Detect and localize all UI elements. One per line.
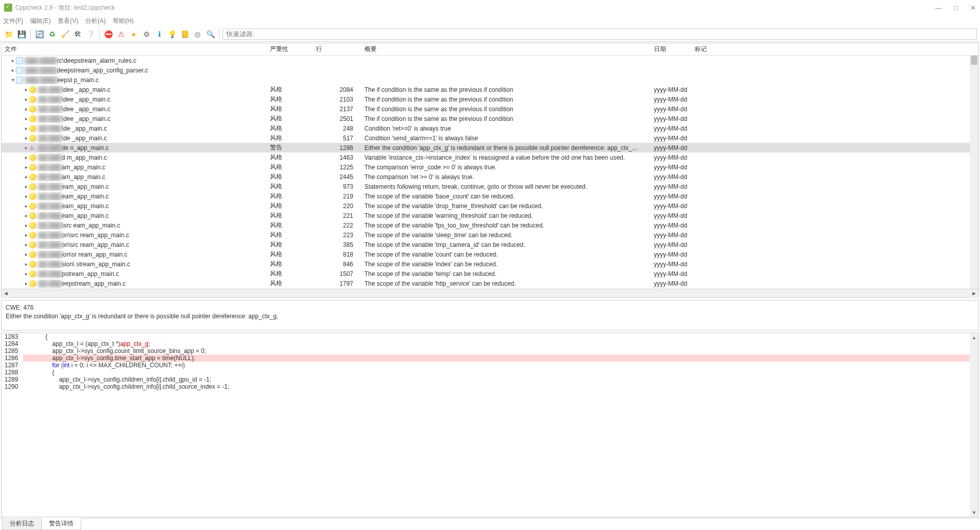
gear-icon[interactable]: ⚙	[141, 29, 152, 40]
result-row[interactable]: ▸ ██ ███\dee _app_main.c风格2501The if con…	[2, 114, 978, 123]
result-row[interactable]: ▸ ██ ███\dee _app_main.c风格2103The if con…	[2, 94, 978, 104]
chevron-icon[interactable]: ▸	[23, 155, 29, 160]
scroll-up-icon[interactable]: ▲	[970, 333, 978, 342]
code-line[interactable]: 1289 app_ctx_l->sys_config.children_info…	[2, 376, 970, 383]
col-line[interactable]: 行	[313, 43, 361, 56]
result-row[interactable]: ▸ ██ ███\dee _app_main.c风格2084The if con…	[2, 85, 978, 94]
col-severity[interactable]: 严重性	[267, 43, 313, 56]
chevron-icon[interactable]: ▸	[23, 106, 29, 112]
scroll-down-icon[interactable]: ▼	[970, 508, 978, 517]
help-icon[interactable]: ❔	[85, 29, 96, 40]
result-row[interactable]: ▸ ██ ███eam_app_main.c风格220The scope of …	[2, 201, 978, 211]
refresh-icon[interactable]: 🔄	[34, 29, 45, 40]
rescan-icon[interactable]: ♻	[46, 29, 58, 40]
open-icon[interactable]: 📁	[3, 29, 14, 40]
chevron-icon[interactable]: ▸	[23, 125, 29, 131]
vertical-scrollbar[interactable]	[970, 56, 978, 289]
results-body[interactable]: ▸ ███ ████rc\deepstream_alarm_rules.c▸ █…	[2, 56, 978, 289]
chevron-icon[interactable]: ▸	[23, 174, 29, 180]
scroll-left-icon[interactable]: ◀	[2, 289, 10, 298]
chevron-icon[interactable]: ▸	[23, 87, 29, 92]
menu-edit[interactable]: 编辑(E)	[30, 17, 51, 26]
chevron-icon[interactable]: ▾	[10, 77, 16, 83]
tree-root-row[interactable]: ▾ ███ ████eepst p_main.c	[2, 75, 978, 85]
settings-icon[interactable]: 🛠	[72, 29, 83, 40]
tab-warning-detail[interactable]: 警告详情	[41, 518, 81, 530]
chevron-icon[interactable]: ▸	[23, 116, 29, 121]
quick-filter-input[interactable]	[223, 29, 977, 40]
book-icon[interactable]: 📒	[179, 29, 190, 40]
chevron-icon[interactable]: ▸	[23, 222, 29, 228]
close-button[interactable]: ✕	[970, 4, 976, 12]
menu-help[interactable]: 帮助(H)	[113, 17, 134, 26]
minimize-button[interactable]: —	[935, 4, 942, 12]
chevron-icon[interactable]: ▸	[23, 261, 29, 267]
chevron-icon[interactable]: ▸	[23, 281, 29, 286]
maximize-button[interactable]: □	[954, 4, 958, 12]
clear-icon[interactable]: 🧹	[59, 29, 70, 40]
chevron-icon[interactable]: ▸	[10, 67, 16, 73]
result-row[interactable]: ▸ ██ ███am_app_main.c风格1225The compariso…	[2, 162, 978, 172]
chevron-icon[interactable]: ▸	[23, 232, 29, 238]
target-icon[interactable]: ◎	[192, 29, 203, 40]
chevron-icon[interactable]: ▸	[23, 251, 29, 257]
chevron-icon[interactable]: ▸	[23, 213, 29, 218]
result-row[interactable]: ▸ ██ ███d m_app_main.c风格1463Variable 'in…	[2, 153, 978, 162]
menu-file[interactable]: 文件(F)	[3, 17, 23, 26]
result-row[interactable]: ▸ ██ ███\de _app_main.c风格248Condition 'r…	[2, 123, 978, 133]
result-row[interactable]: ▸ ██ ███\de _app_main.c风格517Condition 's…	[2, 133, 978, 143]
code-body[interactable]: 1283 {1284 app_ctx_l = (app_ctx_t *)app_…	[2, 333, 970, 517]
scroll-thumb[interactable]	[971, 56, 977, 65]
chevron-icon[interactable]: ▸	[23, 193, 29, 199]
result-row[interactable]: ▸ ██ ███eam_app_main.c风格973Statements fo…	[2, 182, 978, 191]
result-row[interactable]: ▸ ██ ███\src eam_app_main.c风格222The scop…	[2, 220, 978, 230]
col-mark[interactable]: 标记	[692, 43, 722, 56]
result-row[interactable]: ▸ ██ ███ion\sr ream_app_main.c风格818The s…	[2, 249, 978, 259]
chevron-icon[interactable]: ▸	[23, 271, 29, 276]
result-row[interactable]: ▸ ██ ███sion\ stream_app_main.c风格846The …	[2, 259, 978, 269]
save-icon[interactable]: 💾	[16, 29, 27, 40]
severity-value: 风格	[267, 240, 313, 249]
chevron-icon[interactable]: ▸	[10, 58, 16, 63]
search-icon[interactable]: 🔍	[205, 29, 216, 40]
result-row[interactable]: ▸ ██ ███eam_app_main.c风格221The scope of …	[2, 211, 978, 220]
result-row[interactable]: ▸ ██ ███on\src ream_app_main.c风格385The s…	[2, 240, 978, 249]
bulb-icon[interactable]: 💡	[166, 29, 178, 40]
chevron-icon[interactable]: ▸	[23, 203, 29, 209]
chevron-icon[interactable]: ▸	[23, 184, 29, 189]
col-file[interactable]: 文件	[2, 43, 267, 56]
horizontal-scrollbar[interactable]: ◀ ▶	[2, 289, 978, 297]
code-line[interactable]: 1286 app_ctx_l->sys_config.time_start_ap…	[2, 355, 970, 362]
code-line[interactable]: 1290 app_ctx_l->sys_config.children_info…	[2, 383, 970, 390]
menu-view[interactable]: 查看(V)	[58, 17, 78, 26]
scroll-right-icon[interactable]: ▶	[970, 289, 978, 298]
code-line[interactable]: 1284 app_ctx_l = (app_ctx_t *)app_ctx_g;	[2, 340, 970, 347]
stop-icon[interactable]: ⛔	[103, 29, 114, 40]
tab-analysis-log[interactable]: 分析日志	[2, 518, 42, 530]
result-row[interactable]: ▸ ██ ███am_app_main.c风格2445The compariso…	[2, 172, 978, 182]
chevron-icon[interactable]: ▸	[23, 145, 29, 150]
result-row[interactable]: ▸ ██ ███on\src ream_app_main.c风格223The s…	[2, 230, 978, 240]
tree-root-row[interactable]: ▸ ███ ████rc\deepstream_alarm_rules.c	[2, 56, 978, 65]
code-line[interactable]: 1288 {	[2, 369, 970, 376]
code-line[interactable]: 1283 {	[2, 333, 970, 340]
code-line[interactable]: 1285 app_ctx_l->sys_config.count_limit_s…	[2, 347, 970, 355]
result-row[interactable]: ▸ ██ ███eepstream_app_main.c风格1797The sc…	[2, 279, 978, 288]
menu-analyze[interactable]: 分析(A)	[85, 17, 106, 26]
result-row[interactable]: ▸ ██ ███\dee _app_main.c风格2137The if con…	[2, 104, 978, 114]
tree-root-row[interactable]: ▸ ███ ████deepstream_app_config_parser.c	[2, 65, 978, 75]
style-icon[interactable]: ●	[128, 29, 139, 40]
result-row[interactable]: ▸ ██ ███de n_app_main.c警告1286Either the …	[2, 143, 978, 153]
code-scrollbar[interactable]: ▲ ▼	[970, 333, 978, 517]
chevron-icon[interactable]: ▸	[23, 96, 29, 102]
chevron-icon[interactable]: ▸	[23, 242, 29, 247]
col-summary[interactable]: 概要	[361, 43, 651, 56]
chevron-icon[interactable]: ▸	[23, 135, 29, 141]
code-line[interactable]: 1287 for (int i = 0; i <= MAX_CHILDREN_C…	[2, 362, 970, 369]
info-icon[interactable]: ℹ	[154, 29, 165, 40]
col-date[interactable]: 日期	[651, 43, 692, 56]
chevron-icon[interactable]: ▸	[23, 164, 29, 170]
result-row[interactable]: ▸ ██ ███pstream_app_main.c风格1507The scop…	[2, 269, 978, 279]
result-row[interactable]: ▸ ██ ███eam_app_main.c风格219The scope of …	[2, 191, 978, 201]
warning-icon[interactable]: ⚠	[115, 29, 127, 40]
